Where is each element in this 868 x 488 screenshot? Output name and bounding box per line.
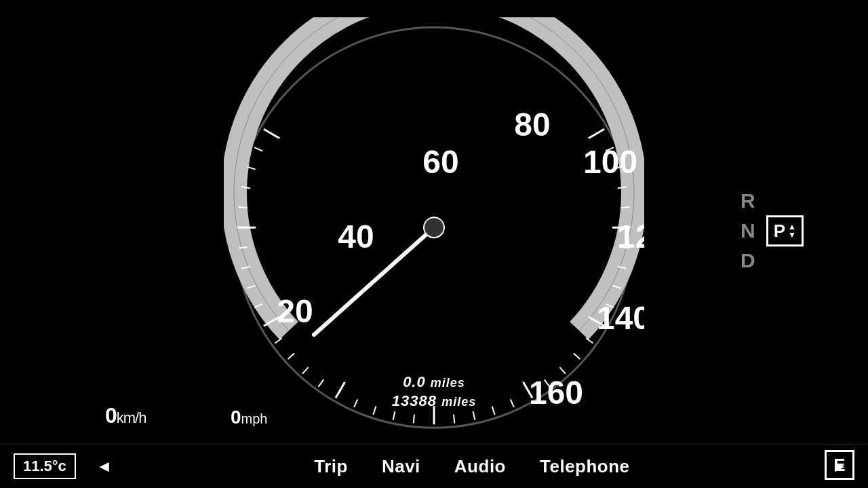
- nav-telephone[interactable]: Telephone: [540, 456, 630, 477]
- svg-line-14: [302, 367, 309, 374]
- temperature-value: 11.5°c: [23, 457, 66, 474]
- trip-distance-value: 0.0: [403, 373, 426, 390]
- gear-D: D: [741, 246, 804, 275]
- nav-navi[interactable]: Navi: [382, 456, 420, 477]
- gear-indicator: R N P ▲ ▼ D: [741, 187, 804, 275]
- svg-line-18: [373, 406, 376, 414]
- svg-line-25: [511, 399, 514, 407]
- trip-info: 0.0 miles 13388 miles: [392, 373, 476, 410]
- svg-text:120: 120: [617, 219, 644, 255]
- nav-left-arrow[interactable]: ◄: [96, 457, 113, 476]
- nav-trip[interactable]: Trip: [314, 456, 348, 477]
- temperature-display: 11.5°c: [14, 453, 76, 479]
- nav-audio[interactable]: Audio: [454, 456, 506, 477]
- svg-line-24: [492, 406, 495, 414]
- svg-line-7: [239, 247, 248, 248]
- svg-line-1: [264, 129, 279, 138]
- e-button-label: E: [833, 455, 845, 476]
- e-button[interactable]: E: [825, 450, 854, 480]
- speed-kmh-display: 0km/h: [105, 403, 146, 428]
- svg-line-28: [559, 367, 566, 374]
- svg-text:60: 60: [422, 144, 458, 180]
- svg-line-19: [393, 411, 395, 420]
- svg-line-15: [319, 379, 324, 387]
- svg-line-22: [454, 414, 454, 423]
- svg-point-51: [424, 217, 444, 238]
- svg-line-37: [621, 206, 630, 207]
- svg-text:140: 140: [597, 300, 644, 336]
- svg-line-20: [414, 414, 414, 423]
- speed-value-mph: 0: [231, 407, 241, 428]
- svg-text:20: 20: [277, 293, 313, 329]
- svg-line-12: [275, 338, 282, 343]
- svg-text:80: 80: [514, 107, 550, 143]
- dashboard: 20 40 60 80 100 120 140 160 0km/h 0mph 0…: [0, 0, 868, 488]
- odometer-unit: miles: [441, 395, 476, 409]
- park-arrows: ▲ ▼: [788, 223, 796, 239]
- speed-unit-mph: mph: [241, 411, 268, 426]
- nav-items: Trip Navi Audio Telephone: [119, 456, 825, 477]
- speed-mph-display: 0mph: [231, 407, 267, 428]
- svg-line-41: [589, 129, 604, 138]
- svg-line-13: [288, 353, 295, 359]
- svg-text:100: 100: [583, 144, 637, 180]
- svg-text:160: 160: [529, 375, 583, 411]
- trip-distance: 0.0 miles: [392, 373, 476, 391]
- bottom-nav: 11.5°c ◄ Trip Navi Audio Telephone ►: [0, 444, 868, 488]
- svg-line-2: [254, 147, 262, 151]
- gear-N: N P ▲ ▼: [741, 215, 804, 246]
- odometer-value: 13388: [392, 392, 437, 409]
- svg-line-30: [586, 338, 593, 343]
- svg-line-29: [574, 353, 580, 359]
- odometer-display: 13388 miles: [392, 392, 476, 410]
- svg-line-16: [336, 382, 345, 398]
- svg-line-23: [473, 411, 475, 420]
- svg-line-17: [354, 399, 357, 407]
- gear-R: R: [741, 187, 804, 215]
- svg-line-5: [239, 206, 248, 207]
- park-box: P ▲ ▼: [766, 215, 804, 246]
- speed-unit-kmh: km/h: [117, 409, 146, 426]
- svg-text:40: 40: [338, 219, 374, 255]
- trip-distance-unit: miles: [431, 376, 465, 390]
- speed-value-kmh: 0: [105, 403, 117, 428]
